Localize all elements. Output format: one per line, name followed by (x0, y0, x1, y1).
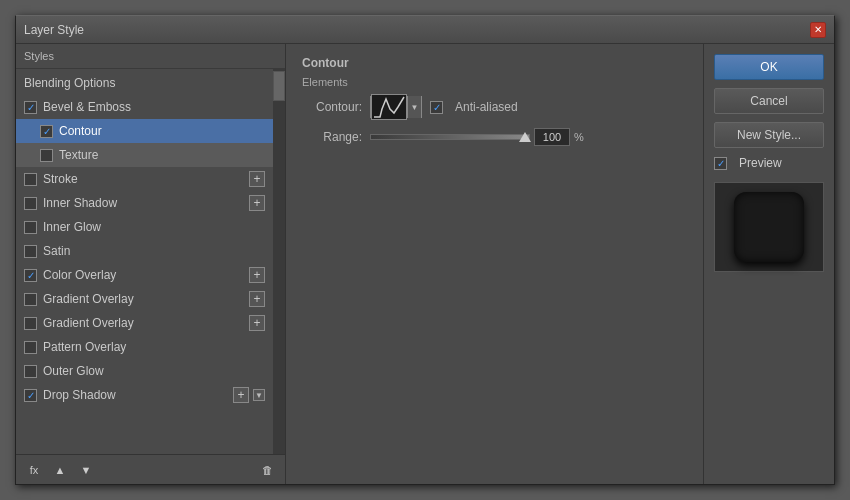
sidebar-item-texture[interactable]: Texture (16, 143, 273, 167)
dialog-body: Styles Blending Options Bevel & Emboss (16, 44, 834, 484)
delete-button[interactable]: 🗑 (257, 461, 277, 479)
title-bar: Layer Style ✕ (16, 16, 834, 44)
anti-alias-checkbox[interactable] (430, 101, 443, 114)
sidebar-item-pattern-overlay[interactable]: Pattern Overlay (16, 335, 273, 359)
fx-label: fx (30, 464, 39, 476)
bevel-emboss-checkbox[interactable] (24, 101, 37, 114)
sidebar-item-inner-glow[interactable]: Inner Glow (16, 215, 273, 239)
drop-shadow-checkbox[interactable] (24, 389, 37, 402)
color-overlay-add-button[interactable]: + (249, 267, 265, 283)
range-slider-container: % (370, 128, 584, 146)
scrollbar-thumb[interactable] (273, 71, 285, 101)
styles-header: Styles (16, 44, 285, 69)
texture-label: Texture (59, 148, 98, 162)
range-slider[interactable] (370, 134, 530, 140)
stroke-add-button[interactable]: + (249, 171, 265, 187)
inner-glow-label: Inner Glow (43, 220, 101, 234)
gradient-overlay-2-add-button[interactable]: + (249, 315, 265, 331)
fx-button[interactable]: fx (24, 461, 44, 479)
contour-preview (371, 94, 407, 120)
contour-dropdown-arrow[interactable]: ▼ (407, 96, 421, 118)
color-overlay-label: Color Overlay (43, 268, 116, 282)
range-value-input[interactable] (534, 128, 570, 146)
blending-options-label: Blending Options (24, 76, 115, 90)
left-panel: Styles Blending Options Bevel & Emboss (16, 44, 286, 484)
inner-glow-checkbox[interactable] (24, 221, 37, 234)
ok-button[interactable]: OK (714, 54, 824, 80)
subsection-title: Elements (302, 76, 687, 88)
preview-box (714, 182, 824, 272)
satin-label: Satin (43, 244, 70, 258)
layer-list: Blending Options Bevel & Emboss Contour (16, 69, 285, 409)
pattern-overlay-label: Pattern Overlay (43, 340, 126, 354)
sidebar-item-bevel-emboss[interactable]: Bevel & Emboss (16, 95, 273, 119)
gradient-overlay-1-add-button[interactable]: + (249, 291, 265, 307)
sidebar-item-blending-options[interactable]: Blending Options (16, 71, 273, 95)
preview-checkbox[interactable] (714, 157, 727, 170)
sidebar-item-contour[interactable]: Contour (16, 119, 273, 143)
move-down-button[interactable]: ▼ (76, 461, 96, 479)
gradient-overlay-1-checkbox[interactable] (24, 293, 37, 306)
new-style-button[interactable]: New Style... (714, 122, 824, 148)
contour-checkbox[interactable] (40, 125, 53, 138)
contour-label: Contour (59, 124, 102, 138)
contour-row: Contour: ▼ Anti-aliased (302, 96, 687, 118)
outer-glow-checkbox[interactable] (24, 365, 37, 378)
trash-icon: 🗑 (262, 464, 273, 476)
sidebar-item-gradient-overlay-2[interactable]: Gradient Overlay + (16, 311, 273, 335)
range-row: Range: % (302, 128, 687, 146)
inner-shadow-label: Inner Shadow (43, 196, 117, 210)
preview-label: Preview (739, 156, 782, 170)
close-button[interactable]: ✕ (810, 22, 826, 38)
contour-dropdown[interactable]: ▼ (370, 96, 422, 118)
color-overlay-checkbox[interactable] (24, 269, 37, 282)
sidebar-item-outer-glow[interactable]: Outer Glow (16, 359, 273, 383)
dialog-title: Layer Style (24, 23, 84, 37)
drop-shadow-add-button[interactable]: + (233, 387, 249, 403)
stroke-checkbox[interactable] (24, 173, 37, 186)
scroll-down-indicator[interactable]: ▼ (253, 389, 265, 401)
scrollbar[interactable] (273, 69, 285, 454)
right-panel: OK Cancel New Style... Preview (704, 44, 834, 484)
anti-alias-row: Anti-aliased (430, 100, 518, 114)
layer-style-dialog: Layer Style ✕ Styles Blending Options (15, 15, 835, 485)
inner-shadow-checkbox[interactable] (24, 197, 37, 210)
section-title: Contour (302, 56, 687, 70)
outer-glow-label: Outer Glow (43, 364, 104, 378)
stroke-label: Stroke (43, 172, 78, 186)
gradient-overlay-2-label: Gradient Overlay (43, 316, 134, 330)
bevel-emboss-label: Bevel & Emboss (43, 100, 131, 114)
slider-thumb[interactable] (519, 132, 531, 142)
up-icon: ▲ (55, 464, 66, 476)
sidebar-item-color-overlay[interactable]: Color Overlay + (16, 263, 273, 287)
cancel-button[interactable]: Cancel (714, 88, 824, 114)
sidebar-item-drop-shadow[interactable]: Drop Shadow + ▼ (16, 383, 273, 407)
preview-inner (734, 192, 804, 262)
bottom-toolbar: fx ▲ ▼ 🗑 (16, 454, 285, 484)
satin-checkbox[interactable] (24, 245, 37, 258)
down-icon: ▼ (81, 464, 92, 476)
range-unit: % (574, 131, 584, 143)
sidebar-item-gradient-overlay-1[interactable]: Gradient Overlay + (16, 287, 273, 311)
preview-row: Preview (714, 156, 824, 170)
drop-shadow-label: Drop Shadow (43, 388, 116, 402)
texture-checkbox[interactable] (40, 149, 53, 162)
pattern-overlay-checkbox[interactable] (24, 341, 37, 354)
anti-alias-label: Anti-aliased (455, 100, 518, 114)
range-label: Range: (302, 130, 362, 144)
sidebar-item-satin[interactable]: Satin (16, 239, 273, 263)
sidebar-item-inner-shadow[interactable]: Inner Shadow + (16, 191, 273, 215)
middle-panel: Contour Elements Contour: ▼ Anti-al (286, 44, 704, 484)
layer-list-scroll: Blending Options Bevel & Emboss Contour (16, 69, 285, 454)
sidebar-item-stroke[interactable]: Stroke + (16, 167, 273, 191)
gradient-overlay-2-checkbox[interactable] (24, 317, 37, 330)
inner-shadow-add-button[interactable]: + (249, 195, 265, 211)
contour-field-label: Contour: (302, 100, 362, 114)
gradient-overlay-1-label: Gradient Overlay (43, 292, 134, 306)
move-up-button[interactable]: ▲ (50, 461, 70, 479)
